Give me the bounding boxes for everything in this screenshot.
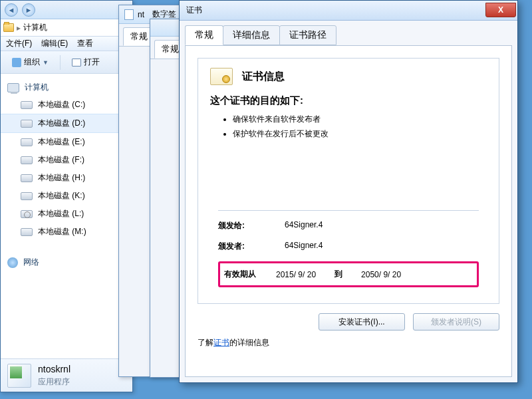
sidebar-drive-item[interactable]: 本地磁盘 (L:) [1, 205, 132, 223]
explorer-menubar: 文件(F) 编辑(E) 查看 [1, 37, 132, 51]
disk-icon [21, 174, 33, 182]
purpose-title: 这个证书的目的如下: [210, 94, 487, 107]
nav-fwd-button[interactable]: ► [22, 3, 35, 17]
learn-more-row: 了解证书的详细信息 [198, 337, 499, 348]
validity-row: 有效期从 2015/ 9/ 20 到 2050/ 9/ 20 [218, 261, 479, 287]
computer-icon [7, 83, 19, 92]
sidebar-drive-item[interactable]: 本地磁盘 (C:) [1, 96, 132, 114]
drive-label: 本地磁盘 (H:) [38, 172, 85, 184]
issued-to-value: 64Signer.4 [285, 220, 323, 231]
certificate-titlebar[interactable]: 证书 X [180, 1, 517, 21]
tree-network-label: 网络 [23, 257, 39, 268]
learn-cert-link[interactable]: 证书 [213, 338, 229, 347]
sidebar-drive-item[interactable]: 本地磁盘 (M:) [1, 223, 132, 241]
issuer-statement-button[interactable]: 颁发者说明(S) [413, 313, 499, 331]
disk-icon [21, 228, 33, 236]
toolbar-divider [60, 55, 61, 70]
install-cert-label: 安装证书(I)... [338, 317, 384, 328]
open-button[interactable]: 打开 [66, 54, 106, 70]
open-label: 打开 [84, 57, 100, 68]
certificate-dialog: 证书 X 常规 详细信息 证书路径 证书信息 这个证书的目的如下: 确保软件来自… [179, 0, 518, 383]
purpose-item: 确保软件来自软件发布者 [233, 112, 487, 127]
learn-suffix: 的详细信息 [229, 338, 269, 347]
purpose-item: 保护软件在发行后不被更改 [233, 127, 487, 142]
tree-computer-heading[interactable]: 计算机 [1, 79, 132, 96]
issued-to-label: 颁发给: [218, 220, 278, 231]
disk-icon [21, 120, 33, 128]
certificate-icon [210, 68, 233, 85]
issued-by-label: 颁发者: [218, 241, 278, 252]
properties-title-text: nt [138, 10, 144, 19]
purpose-list: 确保软件来自软件发布者 保护软件在发行后不被更改 [210, 112, 487, 141]
menu-edit[interactable]: 编辑(E) [41, 38, 68, 49]
organize-icon [12, 58, 21, 67]
tab-general[interactable]: 常规 [185, 25, 223, 45]
doc-icon [124, 9, 134, 20]
close-button[interactable]: X [485, 3, 516, 17]
chevron-down-icon: ▼ [43, 59, 49, 66]
explorer-toolbar: 组织 ▼ 打开 [1, 51, 132, 74]
sidebar-drive-item[interactable]: 本地磁盘 (D:) [1, 114, 132, 133]
disk-icon [21, 156, 33, 164]
network-icon [7, 257, 18, 268]
selected-filetype: 应用程序 [38, 376, 70, 388]
issued-to-row: 颁发给: 64Signer.4 [218, 220, 479, 231]
tab-cert-path[interactable]: 证书路径 [279, 25, 336, 45]
nav-tree: 计算机 本地磁盘 (C:)本地磁盘 (D:)本地磁盘 (E:)本地磁盘 (F:)… [1, 74, 132, 276]
address-label: 计算机 [23, 22, 47, 33]
optical-disk-icon [21, 210, 33, 218]
file-thumbnail-icon [7, 364, 31, 388]
breadcrumb-sep-icon: ▸ [17, 23, 21, 33]
drive-label: 本地磁盘 (K:) [38, 190, 85, 201]
organize-label: 组织 [24, 57, 40, 68]
valid-from-value: 2015/ 9/ 20 [276, 270, 316, 279]
valid-to-value: 2050/ 9/ 20 [361, 270, 401, 279]
explorer-window: ◄ ► ▸ 计算机 文件(F) 编辑(E) 查看 组织 ▼ 打开 计算机 本地磁… [0, 0, 133, 392]
drive-label: 本地磁盘 (D:) [38, 118, 85, 129]
issued-by-value: 64Signer.4 [285, 241, 323, 252]
open-icon [72, 59, 81, 66]
address-bar[interactable]: ▸ 计算机 [1, 19, 132, 37]
selected-filename: ntoskrnl [38, 363, 70, 376]
sidebar-drive-item[interactable]: 本地磁盘 (H:) [1, 169, 132, 187]
menu-file[interactable]: 文件(F) [6, 38, 32, 49]
tree-computer-label: 计算机 [25, 82, 49, 93]
certificate-heading: 证书信息 [242, 70, 285, 84]
certificate-title-text: 证书 [186, 5, 202, 16]
issued-by-row: 颁发者: 64Signer.4 [218, 241, 479, 252]
nav-back-button[interactable]: ◄ [5, 3, 18, 17]
drive-label: 本地磁盘 (F:) [38, 154, 84, 166]
valid-to-label: 到 [334, 269, 342, 280]
organize-button[interactable]: 组织 ▼ [6, 54, 55, 70]
valid-from-label: 有效期从 [224, 269, 256, 280]
explorer-titlebar[interactable]: ◄ ► [1, 1, 132, 19]
certificate-general-pane: 证书信息 这个证书的目的如下: 确保软件来自软件发布者 保护软件在发行后不被更改… [185, 46, 512, 377]
learn-prefix: 了解 [198, 338, 213, 347]
certificate-info-box: 证书信息 这个证书的目的如下: 确保软件来自软件发布者 保护软件在发行后不被更改… [198, 58, 499, 304]
drive-label: 本地磁盘 (M:) [38, 226, 86, 237]
disk-icon [21, 192, 33, 200]
disk-icon [21, 101, 33, 109]
drive-label: 本地磁盘 (L:) [38, 208, 84, 219]
sidebar-drive-item[interactable]: 本地磁盘 (E:) [1, 133, 132, 151]
tree-network-heading[interactable]: 网络 [1, 254, 132, 271]
disk-icon [21, 138, 33, 146]
menu-view[interactable]: 查看 [77, 38, 93, 49]
drive-label: 本地磁盘 (C:) [38, 99, 85, 110]
drive-label: 本地磁盘 (E:) [38, 136, 85, 148]
folder-icon [3, 23, 14, 32]
close-icon: X [498, 5, 503, 15]
install-cert-button[interactable]: 安装证书(I)... [319, 313, 405, 331]
sidebar-drive-item[interactable]: 本地磁盘 (F:) [1, 151, 132, 169]
sidebar-drive-item[interactable]: 本地磁盘 (K:) [1, 187, 132, 205]
tab-details[interactable]: 详细信息 [223, 25, 280, 45]
issuer-statement-label: 颁发者说明(S) [431, 317, 481, 328]
explorer-details-pane: ntoskrnl 应用程序 [1, 358, 132, 392]
divider [218, 210, 479, 211]
certificate-tabs: 常规 详细信息 证书路径 [185, 27, 512, 46]
